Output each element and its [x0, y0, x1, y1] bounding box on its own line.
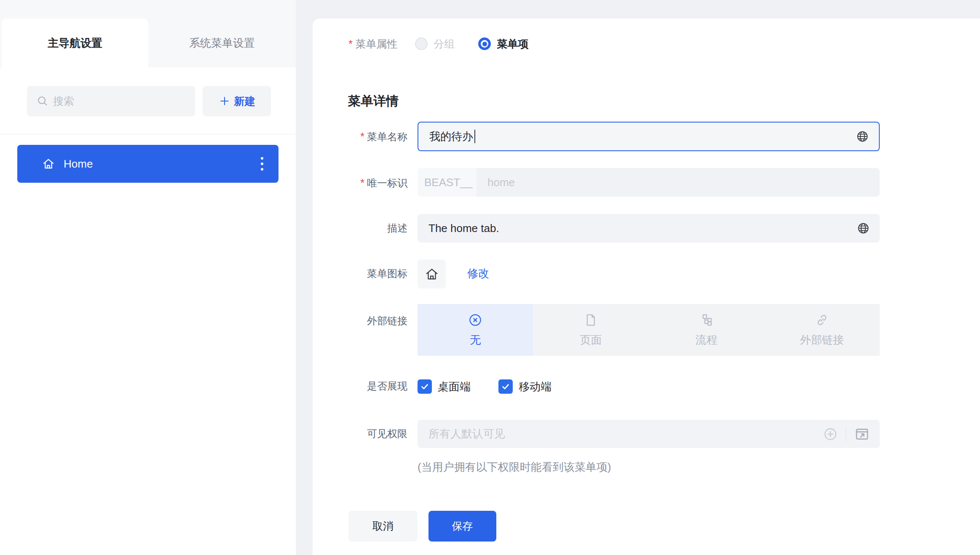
- id-prefix: BEAST__: [418, 168, 477, 197]
- item-more-icon[interactable]: [258, 155, 266, 173]
- id-value: home: [477, 176, 515, 189]
- new-menu-button[interactable]: 新建: [203, 86, 271, 116]
- globe-icon[interactable]: [855, 129, 870, 144]
- link-type-segments: 无 页面 流程: [418, 304, 880, 356]
- checkbox-desktop[interactable]: [418, 379, 432, 394]
- description-input[interactable]: The home tab.: [418, 214, 880, 243]
- field-label-perm: 可见权限: [313, 426, 407, 441]
- menu-name-value: 我的待办: [418, 129, 473, 144]
- search-icon: [36, 95, 49, 107]
- permission-input[interactable]: 所有人默认可见: [418, 420, 880, 448]
- home-icon: [42, 157, 55, 171]
- sidebar: 主导航设置 系统菜单设置 搜索 新建 Home: [0, 0, 296, 555]
- divider: [846, 427, 846, 442]
- menu-item-label: Home: [64, 157, 93, 171]
- segment-external-link[interactable]: 外部链接: [764, 304, 880, 356]
- permission-placeholder: 所有人默认可见: [418, 427, 505, 441]
- description-value: The home tab.: [418, 222, 499, 235]
- segment-none[interactable]: 无: [418, 304, 533, 356]
- tab-system-menu[interactable]: 系统菜单设置: [148, 19, 296, 67]
- menu-detail-panel: * 菜单属性 分组 菜单项 菜单详情 *菜单名称 我的待办 *唯一标识 BEAS…: [313, 19, 980, 555]
- radio-group-label: 分组: [434, 37, 455, 51]
- current-menu-icon[interactable]: [418, 259, 446, 288]
- field-label-show: 是否展现: [313, 379, 407, 394]
- sidebar-tabs: 主导航设置 系统菜单设置: [0, 0, 296, 67]
- chain-link-icon: [814, 312, 830, 328]
- new-menu-label: 新建: [234, 94, 255, 108]
- checkbox-desktop-label: 桌面端: [438, 379, 471, 394]
- org-tree-icon: [699, 312, 714, 328]
- field-label-icon: 菜单图标: [313, 266, 407, 281]
- field-label-desc: 描述: [313, 221, 407, 236]
- menu-type-row: * 菜单属性 分组 菜单项: [348, 35, 528, 53]
- required-mark: *: [348, 37, 353, 51]
- menu-list-item-home[interactable]: Home: [17, 145, 278, 183]
- cancel-button[interactable]: 取消: [348, 511, 418, 542]
- tab-label: 系统菜单设置: [189, 36, 255, 51]
- checkbox-mobile-label: 移动端: [519, 379, 552, 394]
- tab-main-navigation[interactable]: 主导航设置: [2, 19, 148, 67]
- tab-label: 主导航设置: [48, 36, 102, 51]
- unique-id-input[interactable]: BEAST__ home: [418, 168, 880, 197]
- field-label-link: 外部链接: [313, 313, 407, 328]
- checkbox-mobile[interactable]: [498, 379, 513, 394]
- search-placeholder: 搜索: [53, 94, 74, 108]
- menu-name-input[interactable]: 我的待办: [418, 122, 880, 151]
- window-arrow-icon[interactable]: [854, 426, 870, 443]
- permission-hint: (当用户拥有以下权限时能看到该菜单项): [418, 460, 611, 475]
- menu-type-label: 菜单属性: [355, 37, 397, 51]
- radio-menu-item-label: 菜单项: [497, 37, 528, 51]
- document-icon: [583, 312, 598, 328]
- modify-icon-link[interactable]: 修改: [467, 266, 489, 281]
- home-icon: [424, 267, 439, 282]
- text-caret: [474, 130, 475, 143]
- sidebar-divider: [0, 134, 296, 134]
- plus-icon: [219, 95, 230, 107]
- save-button[interactable]: 保存: [428, 511, 496, 542]
- circle-x-icon: [468, 312, 483, 328]
- platform-checkboxes: 桌面端 移动端: [418, 379, 552, 394]
- plus-circle-icon[interactable]: [823, 427, 838, 442]
- section-title: 菜单详情: [348, 93, 399, 110]
- field-label-name: *菜单名称: [313, 129, 407, 144]
- search-input[interactable]: 搜索: [27, 86, 195, 116]
- field-label-id: *唯一标识: [313, 175, 407, 190]
- radio-group[interactable]: [415, 37, 428, 50]
- radio-menu-item[interactable]: [478, 37, 491, 50]
- globe-icon[interactable]: [856, 221, 870, 235]
- segment-flow[interactable]: 流程: [649, 304, 764, 356]
- segment-page[interactable]: 页面: [533, 304, 648, 356]
